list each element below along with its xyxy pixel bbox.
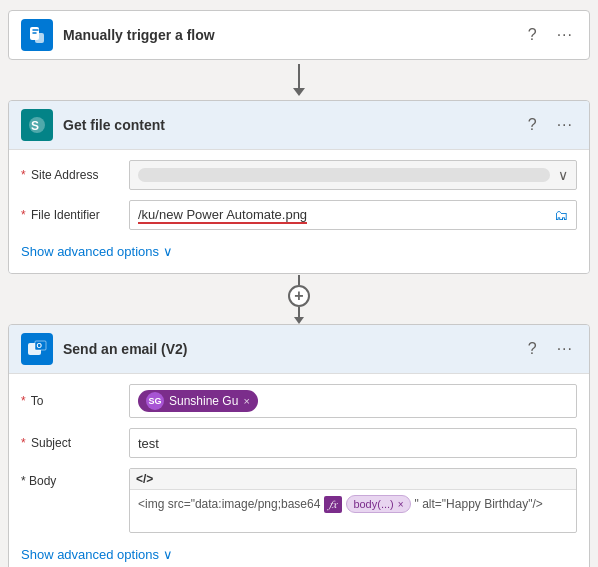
required-star-2: * [21,208,26,222]
get-file-show-advanced-label: Show advanced options [21,244,159,259]
body-row: * Body </> <img src="data:image/png;base… [21,468,577,533]
to-chip: SG Sunshine Gu × [138,390,258,412]
to-label: * To [21,394,121,408]
connector-line-bottom [298,307,300,317]
body-input[interactable]: </> <img src="data:image/png;base64 𝑓𝑥 b… [129,468,577,533]
connector-arrow-head [294,317,304,324]
send-email-title: Send an email (V2) [63,341,514,357]
get-file-chevron-down-icon: ∨ [163,244,173,259]
get-file-help-button[interactable]: ? [524,114,541,136]
get-file-actions: ? ··· [524,114,577,136]
file-identifier-value: /ku/new Power Automate.png [138,207,307,224]
svg-text:O: O [37,342,43,349]
svg-rect-1 [35,33,44,43]
arrow-connector-1 [293,60,305,100]
trigger-more-icon: ··· [557,26,573,44]
trigger-help-icon: ? [528,26,537,44]
get-file-title: Get file content [63,117,514,133]
body-text-prefix: <img src="data:image/png;base64 [138,497,320,511]
send-email-more-button[interactable]: ··· [553,338,577,360]
to-row: * To SG Sunshine Gu × [21,384,577,418]
body-token[interactable]: body(...) × [346,495,410,513]
file-identifier-label: * File Identifier [21,208,121,222]
add-step-button[interactable]: + [288,285,310,307]
fx-badge: 𝑓𝑥 [324,496,342,513]
send-email-more-icon: ··· [557,340,573,358]
subject-label: * Subject [21,436,121,450]
to-input[interactable]: SG Sunshine Gu × [129,384,577,418]
site-address-row: * Site Address ∨ [21,160,577,190]
required-star-5: * [21,474,26,488]
send-email-body: * To SG Sunshine Gu × * Sub [9,373,589,567]
send-email-block: O Send an email (V2) ? ··· * To [8,324,590,567]
connector-line-top [298,275,300,285]
site-address-input[interactable]: ∨ [129,160,577,190]
body-text-suffix: " alt="Happy Birthday"/> [415,497,543,511]
body-toolbar: </> [130,469,576,490]
send-email-chevron-down-icon: ∨ [163,547,173,562]
get-file-block: S Get file content ? ··· * Site Address [8,100,590,274]
plus-icon: + [294,288,303,304]
plus-connector: + [288,274,310,324]
body-label: * Body [21,468,121,488]
get-file-header: S Get file content ? ··· [9,101,589,149]
svg-text:S: S [31,119,39,133]
file-identifier-row: * File Identifier /ku/new Power Automate… [21,200,577,230]
send-email-show-advanced-button[interactable]: Show advanced options ∨ [21,543,173,566]
send-email-actions: ? ··· [524,338,577,360]
trigger-help-button[interactable]: ? [524,24,541,46]
file-identifier-input[interactable]: /ku/new Power Automate.png 🗂 [129,200,577,230]
dropdown-arrow-icon: ∨ [558,167,568,183]
chip-avatar: SG [146,392,164,410]
trigger-block: Manually trigger a flow ? ··· [8,10,590,60]
get-file-more-icon: ··· [557,116,573,134]
outlook-icon: O [21,333,53,365]
send-email-help-button[interactable]: ? [524,338,541,360]
body-content: <img src="data:image/png;base64 𝑓𝑥 body(… [130,490,576,518]
file-picker-icon[interactable]: 🗂 [554,207,568,223]
arrow-head [293,88,305,96]
body-token-label: body(...) [353,498,393,510]
trigger-more-button[interactable]: ··· [553,24,577,46]
trigger-actions: ? ··· [524,24,577,46]
subject-row: * Subject [21,428,577,458]
required-star-4: * [21,436,26,450]
send-email-header: O Send an email (V2) ? ··· [9,325,589,373]
chip-close-icon[interactable]: × [243,395,249,407]
get-file-help-icon: ? [528,116,537,134]
required-star-3: * [21,394,26,408]
trigger-title: Manually trigger a flow [63,27,514,43]
sharepoint-icon: S [21,109,53,141]
get-file-show-advanced-button[interactable]: Show advanced options ∨ [21,240,173,263]
site-address-placeholder [138,168,550,182]
arrow-line [298,64,300,88]
subject-text-input[interactable] [138,436,568,451]
get-file-body: * Site Address ∨ * File Identifier /ku/n… [9,149,589,273]
fx-icon: 𝑓𝑥 [329,498,337,511]
chip-name: Sunshine Gu [169,394,238,408]
send-email-show-advanced-label: Show advanced options [21,547,159,562]
code-icon: </> [136,472,153,486]
send-email-help-icon: ? [528,340,537,358]
get-file-more-button[interactable]: ··· [553,114,577,136]
required-star: * [21,168,26,182]
trigger-icon [21,19,53,51]
site-address-label: * Site Address [21,168,121,182]
subject-input[interactable] [129,428,577,458]
token-close-icon[interactable]: × [398,499,404,510]
